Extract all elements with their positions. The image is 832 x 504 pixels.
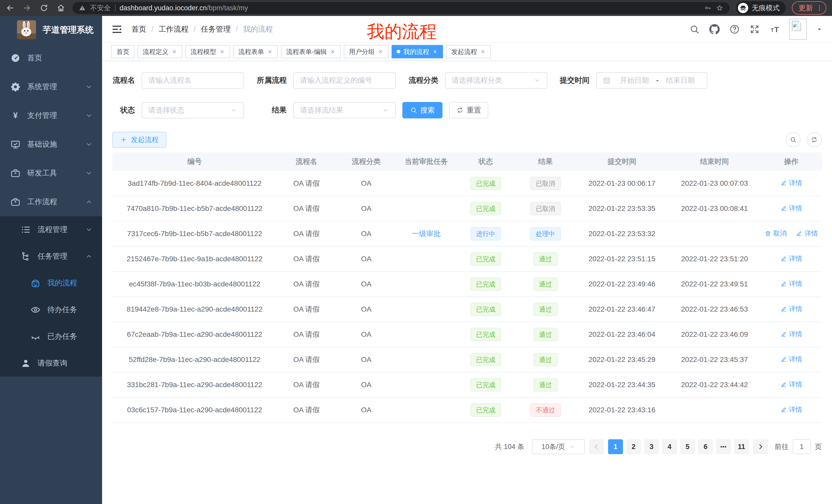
goto-page-input[interactable]: 1 (793, 439, 811, 454)
sidebar-item[interactable]: 已办任务 (0, 323, 102, 350)
avatar[interactable] (789, 19, 807, 40)
tab-label: 用户分组 (349, 48, 374, 56)
refresh-icon (811, 136, 818, 143)
next-page-button[interactable] (753, 439, 768, 454)
cell-category: OA (336, 196, 396, 221)
breadcrumb-item[interactable]: 工作流程 (146, 24, 188, 34)
page-button[interactable]: 1 (608, 439, 623, 454)
view-tab[interactable]: 流程模型 (185, 45, 230, 58)
help-icon[interactable] (729, 24, 740, 35)
breadcrumb-item[interactable]: 首页 (131, 24, 146, 34)
breadcrumb-item[interactable]: 任务管理 (188, 24, 231, 34)
cell-submit-time: 2022-01-23 00:06:17 (576, 171, 668, 196)
page-button[interactable]: 4 (662, 439, 677, 454)
result-select[interactable]: 请选择流结果 (293, 102, 396, 118)
reset-button[interactable]: 重置 (449, 102, 488, 118)
detail-link[interactable]: 详情 (780, 355, 802, 364)
process-table: 编号流程名流程分类当前审批任务状态结果提交时间结束时间操作 3ad174fb-7… (112, 152, 822, 423)
sidebar-item[interactable]: 流程管理 (0, 216, 102, 243)
page-button[interactable]: ••• (716, 439, 731, 454)
sidebar-item[interactable]: 请假查询 (0, 350, 102, 376)
table-header-cell: 状态 (456, 152, 515, 171)
submit-time-range[interactable]: 开始日期 - 结束日期 (596, 72, 707, 89)
view-tab[interactable]: 流程表单-编辑 (281, 45, 341, 58)
avatar-caret-icon[interactable] (816, 26, 823, 33)
view-tab[interactable]: 首页 (111, 45, 134, 58)
sidebar-item[interactable]: 我的流程 (0, 270, 102, 297)
cell-category: OA (336, 372, 396, 397)
process-name-input[interactable]: 请输入流程名 (142, 72, 244, 89)
tab-close-icon[interactable] (432, 49, 438, 54)
view-tab[interactable]: 发起流程 (446, 45, 491, 58)
tab-close-icon[interactable] (172, 49, 177, 54)
tab-close-icon[interactable] (219, 49, 225, 54)
page-button[interactable]: 11 (734, 439, 749, 454)
fullscreen-icon[interactable] (749, 24, 760, 35)
tab-close-icon[interactable] (267, 49, 273, 54)
page-button[interactable]: 5 (680, 439, 695, 454)
search-icon[interactable] (689, 24, 700, 35)
calendar-icon (603, 77, 610, 84)
result-badge: 通过 (534, 303, 558, 316)
status-badge: 已完成 (470, 378, 501, 391)
back-icon[interactable] (6, 4, 15, 12)
page-button[interactable]: 3 (644, 439, 659, 454)
detail-link[interactable]: 详情 (780, 254, 802, 263)
sidebar-item[interactable]: 研发工具 (0, 159, 102, 188)
detail-link[interactable]: 详情 (780, 380, 802, 389)
home-icon[interactable] (57, 4, 65, 12)
view-tab[interactable]: 用户分组 (344, 45, 389, 58)
prev-page-button[interactable] (589, 439, 604, 454)
refresh-table-button[interactable] (807, 132, 822, 147)
detail-link[interactable]: 详情 (780, 204, 802, 213)
toggle-search-button[interactable] (786, 132, 801, 147)
password-key-icon[interactable] (704, 4, 712, 12)
tab-close-icon[interactable] (330, 49, 336, 54)
detail-link[interactable]: 详情 (796, 229, 818, 238)
filter-label: 结果 (256, 105, 287, 115)
tab-close-icon[interactable] (378, 49, 383, 54)
forward-icon[interactable] (23, 4, 31, 12)
view-tab[interactable]: 流程表单 (233, 45, 278, 58)
view-tab[interactable]: 我的流程 (392, 45, 443, 58)
category-select[interactable]: 请选择流程分类 (445, 72, 547, 89)
bookmark-star-icon[interactable] (716, 4, 724, 12)
detail-link[interactable]: 详情 (780, 330, 802, 339)
detail-link[interactable]: 详情 (780, 178, 802, 188)
pagination: 共 104 条 10条/页 123456•••11 前往 1 页 (112, 439, 822, 454)
reload-icon[interactable] (40, 4, 48, 12)
sidebar-item[interactable]: 任务管理 (0, 243, 102, 270)
sidebar-item[interactable]: 首页 (0, 44, 102, 73)
page-size-select[interactable]: 10条/页 (532, 439, 585, 454)
sidebar-item[interactable]: 系统管理 (0, 73, 102, 101)
font-size-icon[interactable]: TT (769, 24, 780, 35)
sidebar-item[interactable]: ¥ 支付管理 (0, 101, 102, 130)
sidebar-item-label: 基础设施 (27, 139, 57, 149)
cancel-link[interactable]: 取消 (765, 229, 787, 238)
page-button[interactable]: 6 (698, 439, 713, 454)
update-button[interactable]: 更新 (792, 1, 826, 15)
detail-link[interactable]: 详情 (780, 279, 802, 288)
tab-label: 流程定义 (143, 48, 168, 56)
status-select[interactable]: 请选择状态 (142, 102, 244, 118)
view-tab[interactable]: 流程定义 (137, 45, 182, 58)
search-button[interactable]: 搜索 (402, 102, 442, 118)
task-link[interactable]: 一级审批 (412, 230, 441, 237)
github-icon[interactable] (709, 24, 720, 35)
incognito-icon (738, 3, 748, 13)
logo-image (17, 20, 36, 39)
sidebar-item[interactable]: 基础设施 (0, 130, 102, 159)
tab-close-icon[interactable] (480, 49, 486, 54)
sidebar-item[interactable]: 待办任务 (0, 297, 102, 323)
process-id-input[interactable]: 请输入流程定义的编号 (293, 72, 396, 89)
address-bar[interactable]: 不安全 dashboard.yudao.iocoder.cn/bpm/task/… (73, 2, 730, 14)
create-process-button[interactable]: 发起流程 (112, 132, 166, 148)
cell-status: 已完成 (456, 297, 515, 322)
breadcrumb-item[interactable]: 我的流程 (231, 24, 273, 34)
browser-menu-dots-icon[interactable] (815, 4, 823, 12)
detail-link[interactable]: 详情 (780, 405, 802, 414)
page-button[interactable]: 2 (626, 439, 641, 454)
sidebar-item[interactable]: 工作流程 (0, 188, 102, 216)
detail-link[interactable]: 详情 (780, 304, 802, 313)
sidebar-collapse-icon[interactable] (111, 24, 123, 35)
